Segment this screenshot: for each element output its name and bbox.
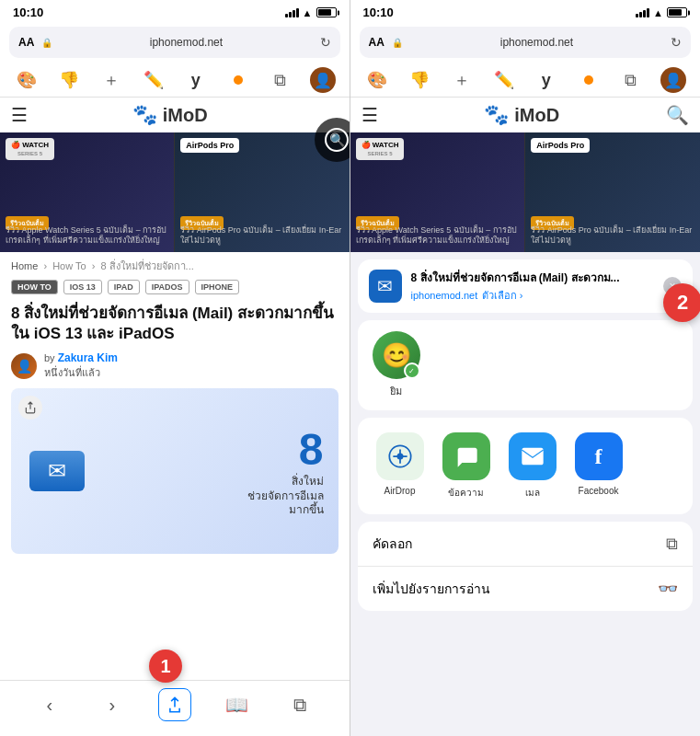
svg-point-1 bbox=[396, 454, 403, 460]
share-notification: ✉ 8 สิ่งใหม่ที่ช่วยจัดการอีเมล (Mail) สะ… bbox=[358, 259, 694, 313]
messages-icon bbox=[442, 432, 490, 480]
status-time-left: 10:10 bbox=[13, 6, 43, 19]
share-button-left[interactable] bbox=[158, 688, 191, 721]
url-text-right[interactable]: iphonemod.net bbox=[410, 36, 663, 49]
bookmarks-button-left[interactable]: 📖 bbox=[221, 688, 254, 721]
add-icon[interactable]: ＋ bbox=[98, 67, 124, 93]
action-reading-list[interactable]: เพิ่มไปยังรายการอ่าน 👓 bbox=[358, 567, 694, 611]
airpods-badge-right: AirPods Pro bbox=[531, 138, 590, 153]
tag-ios13[interactable]: IOS 13 bbox=[63, 280, 102, 294]
banner-card-airpods-right[interactable]: AirPods Pro รีวิวฉบับเต็ม รีวิว AirPods … bbox=[525, 132, 700, 252]
status-icons-right: ▲ bbox=[636, 7, 687, 18]
status-bar-right: 10:10 ▲ bbox=[350, 0, 701, 23]
url-bar-left[interactable]: AA 🔒 iphonemod.net ↻ bbox=[9, 27, 340, 58]
share-notif-options[interactable]: ตัวเลือก › bbox=[482, 290, 523, 301]
action-copy[interactable]: คัดลอก ⧉ bbox=[358, 522, 694, 567]
url-reload-left[interactable]: ↻ bbox=[320, 35, 331, 50]
menu-button-right[interactable]: ☰ bbox=[361, 104, 378, 126]
banner-card-watch-left[interactable]: 🍎 WATCHSERIES 5 รีวิวฉบับเต็ม รีวิว Appl… bbox=[0, 132, 175, 252]
thumbsdown-icon[interactable]: 👎 bbox=[56, 67, 82, 93]
mail-icon bbox=[509, 432, 557, 480]
copy-tabs-icon[interactable]: ⧉ bbox=[268, 67, 293, 93]
banner-caption-watch-right: รีวิว Apple Watch Series 5 ฉบับเต็ม – กา… bbox=[356, 225, 520, 247]
tag-ipados[interactable]: IPADOS bbox=[145, 280, 189, 294]
mail-label: เมล bbox=[525, 486, 540, 500]
toolbar-right: 🎨 👎 ＋ ✏️ y ⧉ 👤 bbox=[350, 63, 701, 98]
contact-avatar-yim: 😊 ✓ bbox=[373, 331, 420, 379]
url-bar-container-right: AA 🔒 iphonemod.net ↻ bbox=[350, 23, 701, 63]
contacts-row: 😊 ✓ ยิม bbox=[358, 320, 694, 410]
author-name[interactable]: Zakura Kim bbox=[58, 351, 118, 364]
facebook-label: Facebook bbox=[579, 486, 619, 496]
thumbsdown-icon-right[interactable]: 👎 bbox=[407, 67, 432, 93]
tag-ipad[interactable]: IPAD bbox=[108, 280, 140, 294]
breadcrumb-left: Home › How To › 8 สิ่งใหม่ที่ช่วยจัดกา..… bbox=[0, 252, 350, 276]
tag-howto[interactable]: HOW TO bbox=[11, 280, 58, 294]
battery-icon-right bbox=[667, 7, 687, 17]
search-cursor-circle: 🔍 bbox=[315, 118, 350, 162]
nav-bar-right: ☰ 🐾 iMoD 🔍 bbox=[350, 98, 701, 132]
facebook-icon: f bbox=[575, 432, 623, 480]
mail-icon-big bbox=[29, 451, 85, 491]
logo-icon-right: 🐾 bbox=[484, 103, 509, 127]
share-icon-facebook[interactable]: f Facebook bbox=[571, 432, 626, 500]
y-icon[interactable]: y bbox=[183, 67, 209, 93]
url-text-left[interactable]: iphonemod.net bbox=[60, 36, 312, 49]
article-sub: สิ่งใหม่ช่วยจัดการอีเมลมากขึ้น bbox=[247, 475, 324, 518]
tag-iphone[interactable]: IPHONE bbox=[195, 280, 240, 294]
tabs-button-left[interactable]: ⧉ bbox=[283, 688, 316, 721]
edit-icon-right[interactable]: ✏️ bbox=[491, 67, 517, 93]
nav-logo-right: 🐾 iMoD bbox=[378, 103, 667, 127]
url-bar-right[interactable]: AA 🔒 iphonemod.net ↻ bbox=[360, 27, 692, 58]
avatar-right[interactable]: 👤 bbox=[660, 67, 686, 93]
share-notif-title: 8 สิ่งใหม่ที่ช่วยจัดการอีเมล (Mail) สะดว… bbox=[411, 269, 655, 286]
share-icon-airdrop[interactable]: AirDrop bbox=[373, 432, 428, 500]
extensions-icon-right[interactable]: 🎨 bbox=[364, 67, 390, 93]
article-image-left: 8 สิ่งใหม่ช่วยจัดการอีเมลมากขึ้น bbox=[11, 388, 339, 554]
extensions-icon[interactable]: 🎨 bbox=[14, 67, 40, 93]
circle-badge-2: 2 bbox=[663, 283, 700, 322]
copy-icon: ⧉ bbox=[666, 535, 678, 554]
author-info-left: by Zakura Kim หนึ่งวันที่แล้ว bbox=[44, 351, 118, 381]
breadcrumb-home[interactable]: Home bbox=[11, 260, 38, 271]
action-reading-list-label: เพิ่มไปยังรายการอ่าน bbox=[373, 579, 490, 599]
banner-card-watch-right[interactable]: 🍎 WATCHSERIES 5 รีวิวฉบับเต็ม รีวิว Appl… bbox=[350, 132, 526, 252]
search-cursor-inner: 🔍 bbox=[325, 128, 349, 152]
airpods-badge-left: AirPods Pro bbox=[180, 138, 239, 153]
action-list: คัดลอก ⧉ เพิ่มไปยังรายการอ่าน 👓 bbox=[358, 522, 694, 611]
logo-text-left: iMoD bbox=[163, 105, 208, 126]
y-icon-right[interactable]: y bbox=[534, 67, 559, 93]
airdrop-label: AirDrop bbox=[384, 486, 416, 496]
status-time-right: 10:10 bbox=[363, 6, 394, 19]
search-button-right[interactable]: 🔍 bbox=[666, 104, 689, 126]
battery-icon bbox=[316, 7, 337, 17]
breadcrumb-article: 8 สิ่งใหม่ที่ช่วยจัดกา... bbox=[100, 260, 193, 271]
share-icon-mail[interactable]: เมล bbox=[505, 432, 560, 500]
avatar-left[interactable]: 👤 bbox=[310, 67, 336, 93]
url-bar-container-left: AA 🔒 iphonemod.net ↻ bbox=[0, 23, 350, 63]
watch-badge-right: 🍎 WATCHSERIES 5 bbox=[356, 138, 405, 160]
share-icon-messages[interactable]: ข้อความ bbox=[439, 432, 494, 500]
banner-caption-airpods-left: รีวิว AirPods Pro ฉบับเต็ม – เสียงเยี่ยม… bbox=[180, 225, 343, 247]
breadcrumb-howto[interactable]: How To bbox=[52, 260, 86, 271]
menu-button-left[interactable]: ☰ bbox=[11, 104, 28, 126]
author-left: 👤 by Zakura Kim หนึ่งวันที่แล้ว bbox=[0, 348, 350, 385]
add-icon-right[interactable]: ＋ bbox=[449, 67, 475, 93]
edit-icon[interactable]: ✏️ bbox=[141, 67, 166, 93]
share-icons-row: AirDrop ข้อความ เมล bbox=[358, 418, 694, 514]
contact-item-yim[interactable]: 😊 ✓ ยิม bbox=[373, 331, 420, 399]
article-text-overlay: 8 สิ่งใหม่ช่วยจัดการอีเมลมากขึ้น bbox=[247, 424, 324, 518]
forward-button-left[interactable]: › bbox=[96, 688, 129, 721]
dot-icon bbox=[225, 67, 251, 93]
url-reload-right[interactable]: ↻ bbox=[671, 35, 682, 50]
bottom-nav-left: ‹ › 📖 ⧉ bbox=[0, 680, 350, 736]
url-aa-left[interactable]: AA bbox=[18, 36, 34, 49]
article-share-inner bbox=[18, 396, 42, 420]
copy-tabs-icon-right[interactable]: ⧉ bbox=[618, 67, 644, 93]
share-notif-url-row: iphonemod.net ตัวเลือก › bbox=[411, 286, 655, 304]
share-notif-url[interactable]: iphonemod.net bbox=[411, 290, 478, 301]
url-aa-right[interactable]: AA bbox=[369, 36, 384, 49]
status-icons-left: ▲ bbox=[285, 7, 337, 18]
back-button-left[interactable]: ‹ bbox=[33, 688, 66, 721]
article-num: 8 bbox=[247, 424, 324, 475]
